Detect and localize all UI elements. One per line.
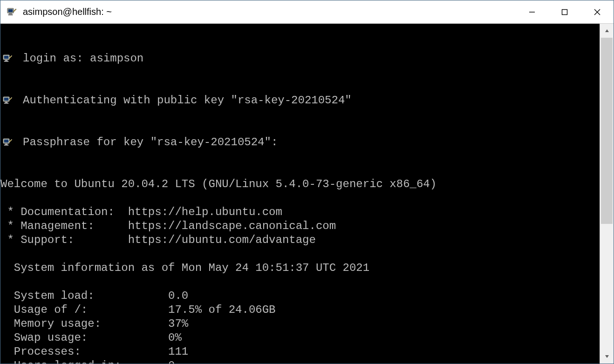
putty-line-icon	[0, 52, 23, 66]
svg-rect-3	[8, 14, 13, 15]
svg-rect-9	[4, 56, 9, 59]
putty-app-icon	[6, 7, 17, 18]
window-title: asimpson@hellfish: ~	[23, 7, 516, 17]
scroll-up-button[interactable]	[600, 24, 614, 38]
window-titlebar: asimpson@hellfish: ~	[0, 0, 614, 24]
window-controls	[516, 0, 614, 23]
terminal-text: login as: asimpson	[23, 52, 143, 66]
terminal-container: login as: asimpson Authenticating with p…	[0, 24, 614, 364]
svg-rect-19	[4, 145, 8, 146]
terminal-text: Passphrase for key "rsa-key-20210524":	[23, 135, 278, 149]
putty-line-icon	[0, 135, 23, 149]
terminal-line: Authenticating with public key "rsa-key-…	[0, 94, 600, 108]
vertical-scrollbar[interactable]	[600, 24, 614, 364]
svg-rect-1	[8, 9, 13, 12]
scroll-down-button[interactable]	[600, 350, 614, 364]
svg-rect-13	[4, 98, 9, 101]
terminal-body: Welcome to Ubuntu 20.04.2 LTS (GNU/Linux…	[0, 177, 600, 364]
minimize-button[interactable]	[516, 0, 548, 23]
terminal-line: login as: asimpson	[0, 52, 600, 66]
scroll-thumb[interactable]	[601, 38, 613, 224]
maximize-button[interactable]	[548, 0, 581, 23]
terminal-text: Authenticating with public key "rsa-key-…	[23, 94, 352, 108]
close-button[interactable]	[581, 0, 614, 23]
terminal-output[interactable]: login as: asimpson Authenticating with p…	[0, 24, 600, 364]
svg-rect-11	[4, 61, 8, 62]
svg-rect-15	[4, 103, 8, 104]
svg-rect-5	[562, 9, 567, 14]
putty-line-icon	[0, 94, 23, 108]
terminal-line: Passphrase for key "rsa-key-20210524":	[0, 135, 600, 149]
svg-rect-17	[4, 140, 9, 143]
